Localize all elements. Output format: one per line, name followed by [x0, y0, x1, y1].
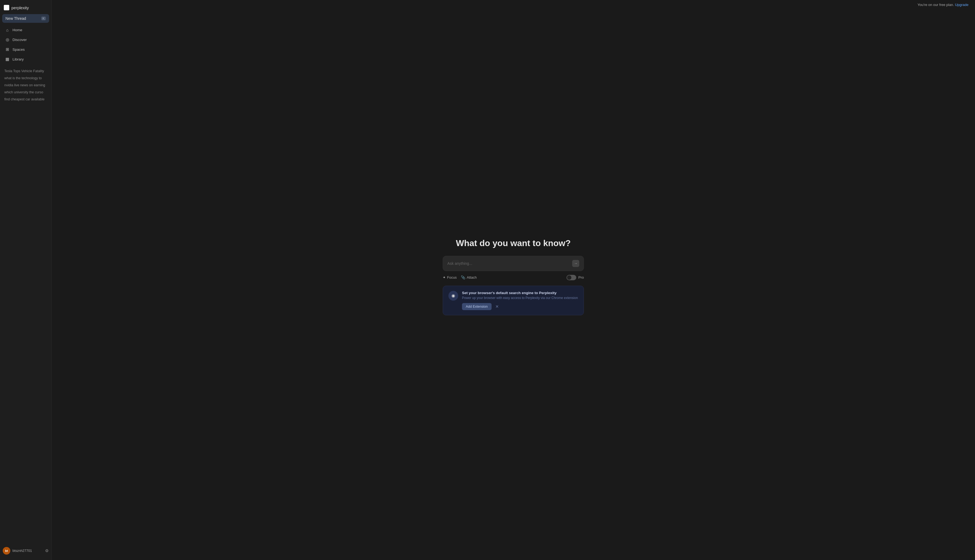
avatar: bt [3, 547, 10, 555]
home-icon: ⌂ [5, 28, 10, 32]
new-thread-label: New Thread [5, 16, 26, 21]
add-extension-button[interactable]: Add Extension [462, 303, 492, 310]
sidebar-item-library[interactable]: ▦ Library [2, 55, 49, 64]
extension-icon-glyph: ◉ [451, 293, 455, 298]
attach-label: Attach [467, 275, 477, 280]
pro-toggle[interactable] [566, 275, 576, 280]
username: btsznh27701 [12, 549, 32, 553]
recent-item-1[interactable]: what is the technology to [3, 75, 48, 81]
extension-actions: Add Extension ✕ [462, 303, 578, 310]
extension-description: Power up your browser with easy access t… [462, 296, 578, 300]
sidebar-item-home[interactable]: ⌂ Home [2, 25, 49, 35]
search-submit-button[interactable]: → [572, 260, 579, 267]
logo-icon [4, 5, 9, 10]
search-input[interactable] [447, 261, 572, 266]
recent-item-2[interactable]: nvidia live news on earning [3, 82, 48, 88]
upgrade-link[interactable]: Upgrade [955, 3, 968, 7]
free-plan-text: You're on our free plan. [917, 3, 954, 7]
sidebar-item-library-label: Library [12, 57, 23, 61]
search-toolbar: ✦ Focus 📎 Attach Pro [443, 275, 584, 280]
main-heading: What do you want to know? [456, 238, 571, 248]
sidebar-item-discover[interactable]: ◎ Discover [2, 35, 49, 44]
toolbar-left: ✦ Focus 📎 Attach [443, 275, 477, 280]
new-thread-button[interactable]: New Thread K [2, 14, 49, 23]
settings-icon[interactable]: ⚙ [45, 548, 48, 553]
new-thread-kbd: K [41, 17, 46, 20]
topbar: You're on our free plan. Upgrade [52, 0, 975, 10]
main-content: You're on our free plan. Upgrade What do… [52, 0, 975, 560]
discover-icon: ◎ [5, 37, 10, 42]
center-content: What do you want to know? → ✦ Focus 📎 At… [52, 10, 975, 560]
sidebar-item-spaces[interactable]: ⊞ Spaces [2, 45, 49, 54]
extension-card: ◉ Set your browser's default search engi… [443, 286, 584, 315]
logo-text: perplexity [12, 5, 29, 10]
sidebar-item-home-label: Home [12, 28, 22, 32]
sidebar-nav: ⌂ Home ◎ Discover ⊞ Spaces ▦ Library [0, 25, 51, 64]
attach-icon: 📎 [461, 275, 465, 280]
close-extension-button[interactable]: ✕ [494, 304, 500, 309]
library-icon: ▦ [5, 57, 10, 62]
sidebar: perplexity New Thread K ⌂ Home ◎ Discove… [0, 0, 52, 560]
attach-button[interactable]: 📎 Attach [461, 275, 477, 280]
recent-item-3[interactable]: which university the curso [3, 89, 48, 95]
extension-icon: ◉ [448, 291, 458, 301]
sidebar-footer: bt btsznh27701 ⚙ [0, 544, 51, 557]
recent-item-4[interactable]: find cheapest car available [3, 96, 48, 102]
arrow-icon: → [574, 261, 578, 265]
extension-content: Set your browser's default search engine… [462, 291, 578, 310]
pro-label: Pro [578, 275, 584, 280]
user-info: bt btsznh27701 [3, 547, 32, 555]
focus-label: Focus [447, 275, 457, 280]
sidebar-item-spaces-label: Spaces [12, 47, 25, 52]
sidebar-item-discover-label: Discover [12, 38, 27, 42]
focus-button[interactable]: ✦ Focus [443, 275, 457, 280]
search-container: → [443, 256, 584, 271]
recent-item-0[interactable]: Tesla Tops Vehicle Fatality [3, 68, 48, 74]
sidebar-logo: perplexity [0, 3, 51, 14]
recent-threads: Tesla Tops Vehicle Fatality what is the … [0, 64, 51, 104]
extension-title: Set your browser's default search engine… [462, 291, 578, 295]
spaces-icon: ⊞ [5, 47, 10, 52]
toolbar-right: Pro [566, 275, 584, 280]
focus-icon: ✦ [443, 275, 446, 280]
